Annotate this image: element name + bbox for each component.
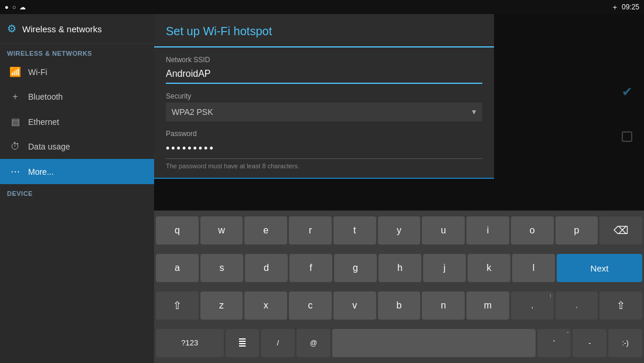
status-icons: ● ○ ☁ (5, 4, 26, 11)
shift-right-key[interactable]: ⇧ (599, 291, 642, 320)
ssid-input[interactable] (166, 66, 482, 84)
key-o[interactable]: o (511, 216, 554, 245)
sidebar-item-more[interactable]: ⋯ More... (0, 159, 154, 184)
gear-icon: ⚙ (7, 22, 16, 35)
space-key[interactable] (332, 329, 536, 357)
key-z[interactable]: z (200, 291, 243, 320)
key-h[interactable]: h (379, 254, 421, 282)
key-q[interactable]: q (156, 216, 199, 245)
key-g[interactable]: g (334, 254, 377, 282)
app-icon-2: ○ (12, 4, 16, 11)
clock: 09:25 (622, 3, 639, 11)
wifi-status-icon: ☁ (19, 4, 26, 11)
password-hint: The password must have at least 8 charac… (166, 162, 482, 169)
security-label: Security (166, 92, 482, 100)
on-screen-keyboard: q w e r t y u i o p ⌫ a s d f (154, 211, 644, 363)
key-t[interactable]: t (333, 216, 376, 245)
keyboard-row-2: a s d f g h j k l Next (154, 250, 644, 286)
main-area: ⚙ Wireless & networks WIRELESS & NETWORK… (0, 14, 644, 363)
key-i[interactable]: i (466, 216, 509, 245)
key-slash[interactable]: / (261, 329, 295, 357)
app-icon-1: ● (5, 4, 9, 11)
key-j[interactable]: j (423, 254, 466, 282)
numbers-key[interactable]: ?123 (156, 329, 224, 357)
sidebar-item-data-usage[interactable]: ⏱ Data usage (0, 134, 154, 159)
key-l[interactable]: l (512, 254, 555, 282)
keyboard-row-3: ⇧ z x c v b n m , ! . ⇧ (154, 288, 644, 324)
wifi-hotspot-dialog: Set up Wi-Fi hotspot Network SSID Securi… (154, 14, 494, 179)
key-k[interactable]: k (468, 254, 510, 282)
sidebar-section-label: WIRELESS & NETWORKS (0, 44, 154, 59)
sidebar: ⚙ Wireless & networks WIRELESS & NETWORK… (0, 14, 154, 363)
key-b[interactable]: b (378, 291, 421, 320)
key-u[interactable]: u (422, 216, 465, 245)
status-right: + 09:25 (612, 3, 639, 12)
keyboard-row-1: q w e r t y u i o p ⌫ (154, 213, 644, 249)
apostrophe-subtext: " (567, 331, 568, 337)
ethernet-icon: ▤ (9, 116, 21, 127)
key-c[interactable]: c (289, 291, 332, 320)
bluetooth-status-icon: + (612, 3, 617, 12)
password-label: Password (166, 130, 482, 138)
sidebar-header: ⚙ Wireless & networks (0, 14, 154, 44)
key-r[interactable]: r (289, 216, 332, 245)
key-at[interactable]: @ (297, 329, 330, 357)
shift-left-key[interactable]: ⇧ (156, 291, 199, 320)
key-p[interactable]: p (556, 216, 598, 245)
sidebar-item-wifi-label: Wi-Fi (28, 67, 47, 77)
sidebar-title: Wireless & networks (22, 24, 102, 34)
security-select[interactable]: WPA2 PSK (166, 103, 482, 121)
sidebar-device-label: DEVICE (0, 184, 154, 199)
bluetooth-icon: + (9, 91, 21, 102)
sidebar-item-bluetooth-label: Bluetooth (28, 92, 63, 101)
key-e[interactable]: e (244, 216, 287, 245)
emoticon-key[interactable]: :-) (608, 329, 642, 357)
keyboard-row-4: ?123 ≣ / @ ' " - :-) (154, 325, 644, 361)
key-y[interactable]: y (378, 216, 421, 245)
dialog-body: Network SSID Security WPA2 PSK ▼ Passwor… (154, 48, 494, 178)
ssid-label: Network SSID (166, 56, 482, 64)
sidebar-item-data-usage-label: Data usage (28, 142, 70, 151)
backspace-key[interactable]: ⌫ (599, 216, 642, 245)
key-a[interactable]: a (156, 254, 199, 282)
key-apostrophe[interactable]: ' " (537, 329, 571, 357)
sidebar-item-more-label: More... (28, 167, 54, 177)
keyboard-rows: q w e r t y u i o p ⌫ a s d f (154, 211, 644, 363)
password-input[interactable] (166, 140, 482, 159)
key-m[interactable]: m (466, 291, 509, 320)
key-dash[interactable]: - (573, 329, 606, 357)
key-w[interactable]: w (200, 216, 243, 245)
security-select-wrapper: WPA2 PSK ▼ (166, 103, 482, 121)
key-v[interactable]: v (333, 291, 376, 320)
sidebar-item-wifi[interactable]: 📶 Wi-Fi (0, 59, 154, 84)
emoji-toggle-key[interactable]: ≣ (226, 329, 260, 357)
sidebar-item-ethernet-label: Ethernet (28, 117, 59, 127)
wifi-icon: 📶 (9, 66, 21, 77)
dialog-title: Set up Wi-Fi hotspot (154, 14, 494, 48)
content-area: ✔ Set up Wi-Fi hotspot Network SSID Secu… (154, 14, 644, 363)
next-key[interactable]: Next (557, 254, 642, 282)
key-comma[interactable]: , ! (511, 291, 554, 320)
data-usage-icon: ⏱ (9, 141, 21, 152)
key-f[interactable]: f (289, 254, 332, 282)
key-d[interactable]: d (245, 254, 288, 282)
key-period[interactable]: . (556, 291, 598, 320)
key-n[interactable]: n (422, 291, 465, 320)
key-s[interactable]: s (200, 254, 243, 282)
comma-subtext: ! (550, 293, 551, 299)
sidebar-item-ethernet[interactable]: ▤ Ethernet (0, 109, 154, 134)
sidebar-item-bluetooth[interactable]: + Bluetooth (0, 84, 154, 109)
status-bar: ● ○ ☁ + 09:25 (0, 0, 644, 14)
more-icon: ⋯ (9, 166, 21, 177)
key-x[interactable]: x (244, 291, 287, 320)
